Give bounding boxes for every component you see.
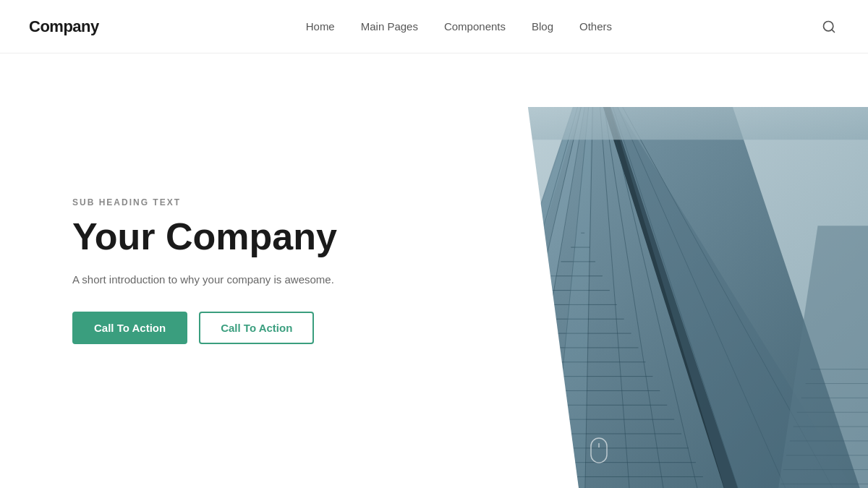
search-icon bbox=[822, 20, 836, 34]
hero-content: SUB HEADING TEXT Your Company A short in… bbox=[0, 53, 521, 488]
nav-item-main-pages[interactable]: Main Pages bbox=[361, 20, 418, 33]
cta-primary-button[interactable]: Call To Action bbox=[72, 312, 187, 344]
nav-item-blog[interactable]: Blog bbox=[532, 20, 553, 33]
scroll-mouse-icon bbox=[590, 437, 608, 463]
svg-line-1 bbox=[832, 29, 835, 32]
hero-buttons: Call To Action Call To Action bbox=[72, 312, 314, 344]
site-header: Company Home Main Pages Components Blog … bbox=[0, 0, 868, 53]
site-logo[interactable]: Company bbox=[29, 17, 99, 36]
search-button[interactable] bbox=[819, 17, 839, 37]
cta-outline-button[interactable]: Call To Action bbox=[199, 312, 314, 344]
hero-description: A short introduction to why your company… bbox=[72, 271, 334, 288]
hero-title: Your Company bbox=[72, 216, 337, 257]
nav-item-components[interactable]: Components bbox=[444, 20, 506, 33]
nav-item-others[interactable]: Others bbox=[579, 20, 612, 33]
hero-subheading: SUB HEADING TEXT bbox=[72, 197, 181, 207]
svg-rect-52 bbox=[591, 438, 607, 463]
hero-section: SUB HEADING TEXT Your Company A short in… bbox=[0, 53, 868, 488]
nav-item-home[interactable]: Home bbox=[306, 20, 335, 33]
main-nav: Home Main Pages Components Blog Others bbox=[306, 20, 612, 33]
scroll-indicator bbox=[590, 437, 608, 466]
